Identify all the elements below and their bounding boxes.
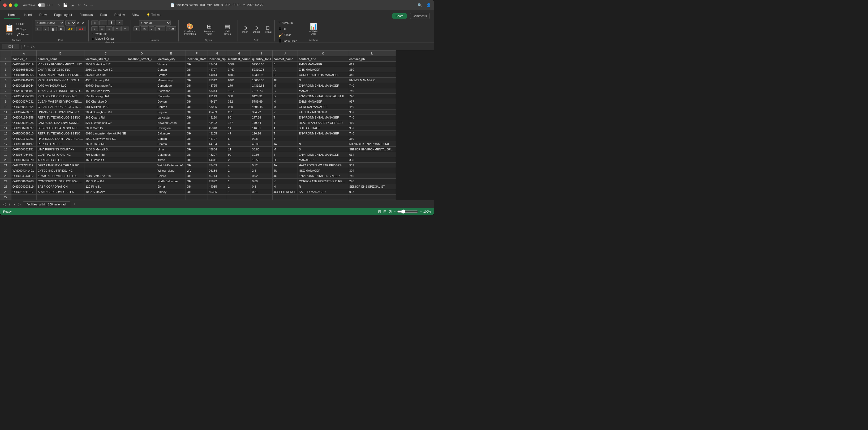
- cell[interactable]: 2.4: [251, 168, 272, 173]
- cell[interactable]: [85, 163, 127, 168]
- increase-indent-button[interactable]: ⇒: [121, 26, 128, 31]
- cell[interactable]: 100 S Poe Rd: [85, 179, 127, 184]
- cell[interactable]: SENIOR ENVIRONMENTAL SPECIALIST: [348, 147, 396, 152]
- paste-button[interactable]: 📋 Paste: [4, 23, 14, 36]
- row-header-26[interactable]: 26: [0, 189, 11, 195]
- cell[interactable]: Circleville: [156, 93, 186, 99]
- cell[interactable]: S: [272, 72, 298, 78]
- cell[interactable]: [127, 200, 156, 200]
- cell[interactable]: B: [272, 62, 298, 67]
- cell[interactable]: OH: [186, 93, 208, 99]
- cell[interactable]: Elyria: [156, 184, 186, 189]
- cell[interactable]: 740: [348, 93, 396, 99]
- cell[interactable]: OHR000038513: [11, 131, 37, 136]
- cell[interactable]: N: [272, 99, 298, 104]
- cell[interactable]: 14319.63: [251, 83, 272, 88]
- cell[interactable]: 394.22: [251, 110, 272, 115]
- cell[interactable]: Akron: [156, 157, 186, 163]
- cell[interactable]: 330: [348, 157, 396, 163]
- cell[interactable]: Sidney: [156, 189, 186, 195]
- cell[interactable]: 52310.78: [251, 67, 272, 72]
- font-size-select[interactable]: 12: [65, 20, 76, 26]
- sheet-nav-next[interactable]: ⟩: [12, 202, 16, 207]
- row-header-16[interactable]: 16: [0, 136, 11, 141]
- cell[interactable]: 0.69: [251, 179, 272, 184]
- cell[interactable]: OH: [186, 115, 208, 120]
- cell[interactable]: 440: [348, 72, 396, 78]
- cell[interactable]: 350: [227, 93, 251, 99]
- cell[interactable]: Lancaster: [156, 115, 186, 120]
- cell[interactable]: CYTEC INDUSTRIES, INC: [37, 168, 85, 173]
- cell[interactable]: OHD980587364: [11, 104, 37, 110]
- cell[interactable]: 937: [348, 189, 396, 195]
- cell[interactable]: Wright-Patterson Afb: [156, 163, 186, 168]
- col-header-h[interactable]: H: [227, 51, 251, 56]
- cell[interactable]: [298, 136, 348, 141]
- cell[interactable]: Hebron: [156, 104, 186, 110]
- cell[interactable]: 7814.73: [251, 88, 272, 93]
- cell[interactable]: TRANS-CYCLE INDUSTRIES OF OHIO: [37, 88, 85, 93]
- row-header-3[interactable]: 3: [0, 67, 11, 72]
- cell[interactable]: 30.95: [251, 152, 272, 157]
- cell[interactable]: [227, 200, 251, 200]
- decrease-decimal-button[interactable]: ←.0: [166, 26, 176, 31]
- cell[interactable]: OH: [186, 147, 208, 152]
- border-button[interactable]: ⊞: [58, 26, 65, 31]
- cell[interactable]: CORPORATE EHS MANAGER: [298, 72, 348, 78]
- cell[interactable]: [127, 88, 156, 93]
- cell[interactable]: 1: [227, 179, 251, 184]
- cell[interactable]: OHR000203570: [11, 157, 37, 163]
- cell[interactable]: 4: [227, 173, 251, 179]
- cancel-formula-icon[interactable]: ✗: [23, 45, 26, 48]
- cell[interactable]: OHD071654958: [11, 115, 37, 120]
- cell[interactable]: 160 E Voris St: [85, 157, 127, 163]
- cell[interactable]: 43344: [208, 88, 227, 93]
- cell[interactable]: JOSEPH DENCH: [272, 189, 298, 195]
- cell[interactable]: 43207: [208, 152, 227, 157]
- cell[interactable]: 146.61: [251, 125, 272, 131]
- align-right-button[interactable]: ≡: [106, 26, 112, 31]
- cell[interactable]: EHS MANAGER: [298, 67, 348, 72]
- cell[interactable]: OHD068109768: [11, 179, 37, 184]
- sheet-tab-0[interactable]: facilities_within_100_mile_radi: [23, 201, 70, 207]
- cell[interactable]: [127, 83, 156, 88]
- cell[interactable]: ENVIRONMENTAL MANAGER: [298, 131, 348, 136]
- cell[interactable]: ENVIRONMENTAL ENGINEER: [298, 173, 348, 179]
- row-header-7[interactable]: 7: [0, 88, 11, 93]
- cell[interactable]: FACILITY MANAGER: [298, 110, 348, 115]
- cell[interactable]: OH: [186, 88, 208, 93]
- share-button[interactable]: Share: [392, 13, 406, 19]
- autosum-button[interactable]: Σ AutoSum: [277, 20, 293, 26]
- row-header-14[interactable]: 14: [0, 125, 11, 131]
- align-middle-button[interactable]: ↔: [99, 20, 107, 25]
- row-header-17[interactable]: 17: [0, 141, 11, 147]
- cell[interactable]: Richwood: [156, 88, 186, 93]
- cell[interactable]: 1150 S Metcalf St: [85, 147, 127, 152]
- cell[interactable]: contact_ph: [348, 56, 396, 62]
- decrease-indent-button[interactable]: ⇐: [113, 26, 121, 31]
- cell[interactable]: T: [272, 131, 298, 136]
- cell[interactable]: OHR000034025: [11, 120, 37, 125]
- cell[interactable]: Bowling Green: [156, 120, 186, 125]
- cell[interactable]: Belpre: [156, 173, 186, 179]
- cell[interactable]: HSE MANAGER: [298, 168, 348, 173]
- cell[interactable]: CLEAN WATER ENVIRONMENTAL LLC: [37, 99, 85, 104]
- cell[interactable]: OH: [186, 125, 208, 131]
- cell[interactable]: Lima: [156, 147, 186, 152]
- cell[interactable]: [127, 62, 156, 67]
- cell[interactable]: 60790 Southgate Rd: [85, 83, 127, 88]
- cell[interactable]: OHD004274031: [11, 99, 37, 104]
- cell[interactable]: OH: [186, 67, 208, 72]
- col-header-b[interactable]: B: [37, 51, 85, 56]
- profile-icon[interactable]: 👤: [426, 3, 431, 7]
- insert-function-icon[interactable]: ƒx: [31, 45, 34, 48]
- cell[interactable]: location_zip: [208, 56, 227, 62]
- fill-button[interactable]: ⬇ Fill: [277, 26, 287, 32]
- row-header-9[interactable]: 9: [0, 99, 11, 104]
- cell[interactable]: OHD987034667: [11, 152, 37, 157]
- cell[interactable]: location_street_1: [85, 56, 127, 62]
- tab-review[interactable]: Review: [111, 11, 128, 19]
- cell[interactable]: OHW000205856: [11, 88, 37, 93]
- cell[interactable]: [127, 136, 156, 141]
- bold-button[interactable]: B: [35, 27, 42, 31]
